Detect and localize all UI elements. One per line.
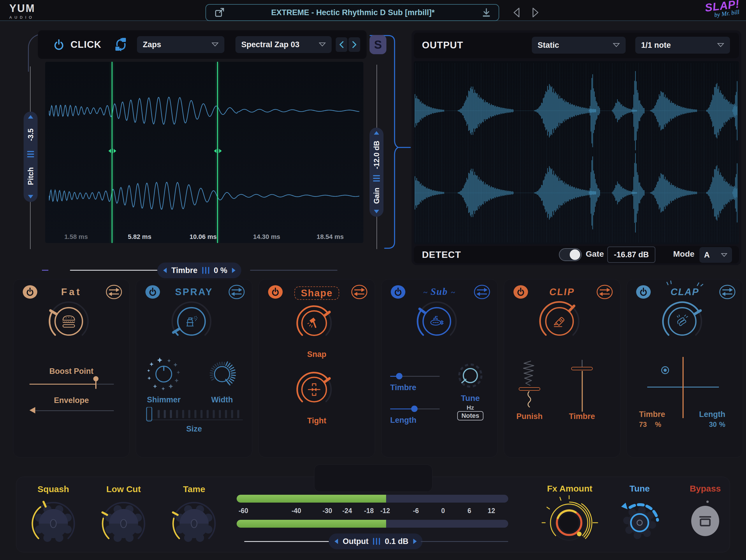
chevron-down-icon [717,43,724,48]
meter-scale: -60 -40 -30 -24 -18 -12 -6 0 6 12 [237,507,508,516]
clip-timbre-track[interactable] [582,371,583,412]
envelope-slider[interactable] [29,405,114,417]
sample-category-value: Zaps [143,40,161,49]
output-slider-label: Output [343,537,368,546]
fx-amount-knob[interactable] [539,494,600,553]
meter-tick: -18 [364,507,374,515]
clap-swap-icon[interactable] [719,284,736,299]
sub-length-slider[interactable] [390,404,440,413]
clip-timbre-handle[interactable] [571,367,593,370]
hammer-icon [308,318,316,327]
next-preset-button[interactable] [530,6,540,19]
output-right-arrow-icon[interactable] [413,539,417,544]
output-grip[interactable] [373,538,380,545]
prev-preset-button[interactable] [512,6,522,19]
sample-swap-icon[interactable] [113,37,128,52]
timbre-grip[interactable] [202,267,209,274]
timbre-line-right[interactable] [250,270,338,271]
bypass-icon [698,514,713,527]
chevron-left-icon [339,41,344,48]
footer-tune-knob[interactable] [613,496,666,548]
gate-toggle[interactable] [559,248,582,261]
lowcut-knob[interactable] [96,496,151,551]
gain-slider[interactable]: -12.0 dB Gain [370,128,383,217]
timbre-right-arrow-icon[interactable] [232,268,235,273]
bypass-button[interactable] [691,506,719,536]
envelope-handle[interactable] [29,407,35,413]
timbre-left-arrow-icon[interactable] [163,268,167,273]
sub-knob[interactable] [409,297,464,345]
chevron-down-icon [613,43,620,48]
fat-knob[interactable] [41,297,96,345]
punish-spring-icon [519,360,540,387]
shimmer-knob[interactable] [139,352,189,396]
pitch-slider[interactable]: -3.5 Pitch [24,112,37,202]
gain-grip[interactable] [373,175,380,181]
spray-swap-icon[interactable] [228,284,245,299]
output-line-left[interactable] [244,541,329,542]
tame-knob[interactable] [166,496,222,551]
sample-marker-start-handle[interactable] [107,148,117,154]
output-mode-dropdown[interactable]: Static [532,37,626,54]
output-slider-value: 0.1 dB [385,537,408,546]
preset-bar[interactable]: EXTREME - Hectic Rhythmic D Sub [mrbill]… [205,4,499,21]
sub-tune-knob[interactable] [451,359,489,394]
sample-dropdown[interactable]: Spectral Zap 03 [235,36,332,53]
sub-hz-label[interactable]: Hz [451,404,489,411]
fat-swap-icon[interactable] [106,284,122,299]
sub-swap-icon[interactable] [474,284,490,299]
spray-knob[interactable] [164,297,219,345]
sample-prev-button[interactable] [336,37,347,52]
pitch-down-icon[interactable] [28,195,33,199]
clip-swap-icon[interactable] [596,284,613,299]
gain-down-icon[interactable] [374,210,379,213]
meter-top [237,495,508,503]
gate-toggle-knob[interactable] [570,249,580,260]
click-power-button[interactable] [52,37,66,52]
size-slider[interactable] [145,407,245,422]
clap-xy-dot[interactable] [661,366,669,374]
gate-threshold-value[interactable]: -16.87 dB [607,246,655,263]
pitch-grip[interactable] [27,151,34,157]
solo-badge[interactable]: S [370,35,386,54]
sub-timbre-slider[interactable] [390,372,440,381]
detect-mode-dropdown[interactable]: A [699,247,732,263]
click-timbre-slider[interactable]: Timbre 0 % [157,263,241,278]
clip-knob[interactable] [532,297,587,345]
shape-swap-icon[interactable] [351,284,368,299]
gain-up-icon[interactable] [374,131,379,135]
output-line-right[interactable] [421,541,508,542]
boost-point-slider[interactable] [29,376,114,390]
snap-knob[interactable] [286,302,342,346]
time-label: 14.30 ms [253,233,280,241]
bypass-dot [706,501,709,503]
output-left-arrow-icon[interactable] [335,539,338,544]
sub-timbre-label: Timbre [390,383,417,392]
save-preset-icon[interactable] [481,7,492,18]
sample-next-button[interactable] [348,37,360,52]
sample-marker-end-handle[interactable] [212,148,223,154]
yum-audio-logo: YUM AUDIO [9,2,35,20]
tight-knob[interactable] [286,369,342,412]
pitch-up-icon[interactable] [28,115,33,119]
shimmer-label: Shimmer [139,395,189,405]
squash-knob[interactable] [26,496,81,551]
clap-knob[interactable] [655,297,710,345]
clap-timbre-axis[interactable] [683,357,684,418]
meter-tick: 6 [467,507,471,515]
timbre-line-left[interactable] [70,270,157,271]
sub-notes-toggle[interactable]: Notes [451,411,489,420]
output-waveform [414,61,739,244]
output-mode-value: Static [538,41,559,50]
output-gain-slider[interactable]: Output 0.1 dB [329,533,423,549]
meter-bottom [237,520,508,528]
sample-category-dropdown[interactable]: Zaps [137,36,224,53]
sub-timbre-handle[interactable] [396,373,402,379]
sub-length-handle[interactable] [411,406,418,412]
envelope-label: Envelope [13,396,130,405]
width-knob[interactable] [199,352,246,396]
plugin-window: YUM AUDIO EXTREME - Hectic Rhythmic D Su… [0,0,746,560]
punish-handle[interactable] [519,387,540,391]
open-external-icon[interactable] [213,7,225,18]
output-rate-dropdown[interactable]: 1/1 note [635,37,730,54]
